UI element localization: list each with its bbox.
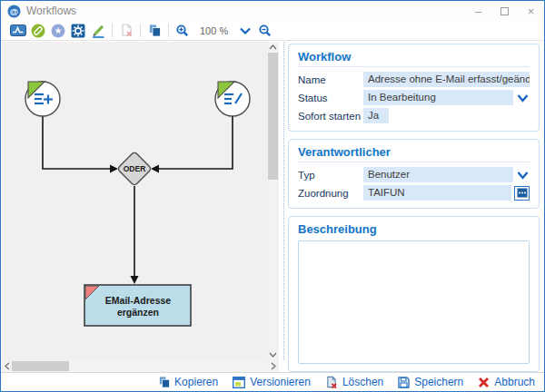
speichern-label: Speichern (414, 376, 463, 388)
zoom-level-value: 100 % (200, 25, 228, 36)
abbruch-label: Abbruch (494, 376, 535, 388)
typ-row: Typ Benutzer (298, 167, 530, 182)
beschreibung-textarea[interactable] (298, 240, 530, 364)
status-field[interactable]: In Bearbeitung (363, 90, 513, 105)
beschreibung-section-title: Beschreibung (298, 222, 530, 238)
workflow-section: Workflow Name Adresse ohne E-Mail erfass… (288, 44, 540, 132)
delete-disabled-icon (116, 22, 136, 40)
toolbar-separator (140, 24, 141, 37)
verantwortlicher-section-title: Verantwortlicher (298, 145, 530, 162)
workflow-canvas[interactable]: ODER EMail-Adresse ergänzen (2, 42, 267, 360)
settings-gear-icon[interactable] (68, 22, 88, 40)
horizontal-scrollbar[interactable] (2, 360, 279, 372)
loeschen-label: Löschen (342, 376, 383, 388)
minimize-button[interactable]: – (465, 1, 491, 21)
loeschen-button[interactable]: Löschen (325, 376, 383, 389)
gateway-label: ODER (124, 164, 146, 173)
status-row: Status In Bearbeitung (298, 90, 530, 105)
panel-splitter[interactable] (283, 42, 285, 360)
zuordnung-label: Zuordnung (298, 188, 363, 199)
toolbar: ★ (1, 21, 544, 41)
footer-bar: Kopieren Versionieren Löschen (1, 372, 544, 391)
workflow-diagram-icon[interactable] (8, 22, 28, 40)
scroll-up-icon[interactable] (267, 42, 279, 53)
action-label-line1: EMail-Adresse (105, 295, 172, 306)
versionieren-label: Versionieren (250, 376, 311, 388)
zuordnung-browse-button[interactable] (514, 186, 530, 201)
abbruch-button[interactable]: Abbruch (478, 376, 535, 388)
vertical-scrollbar[interactable] (267, 42, 279, 360)
ellipsis-icon (517, 188, 528, 198)
attachment-icon[interactable] (28, 22, 48, 40)
cancel-x-icon (478, 377, 490, 388)
beschreibung-section: Beschreibung (288, 216, 540, 372)
scroll-right-icon[interactable] (268, 360, 279, 372)
version-icon (233, 377, 245, 388)
versionieren-button[interactable]: Versionieren (233, 376, 311, 388)
save-icon (398, 377, 410, 388)
app-logo-icon: @ (7, 5, 21, 18)
properties-panel: Workflow Name Adresse ohne E-Mail erfass… (288, 42, 540, 372)
zoom-out-icon[interactable] (255, 22, 275, 40)
scroll-down-icon[interactable] (267, 349, 279, 360)
chevron-down-icon[interactable] (516, 93, 530, 103)
zoom-in-icon[interactable] (173, 22, 193, 40)
verantwortlicher-section: Verantwortlicher Typ Benutzer Zuordnung … (288, 139, 540, 209)
maximize-button[interactable] (491, 1, 518, 21)
chevron-down-icon[interactable] (516, 170, 530, 181)
edit-pencil-icon[interactable] (88, 22, 108, 40)
favorite-star-icon[interactable]: ★ (48, 22, 68, 40)
workflow-section-title: Workflow (298, 50, 530, 67)
titlebar: @ Workflows – × (1, 1, 544, 21)
action-node-email[interactable]: EMail-Adresse ergänzen (84, 285, 191, 326)
start-node-add-record[interactable] (25, 82, 60, 116)
svg-text:@: @ (10, 5, 18, 15)
window-title: Workflows (26, 5, 76, 17)
toolbar-separator (112, 24, 113, 37)
sofort-starten-row: Sofort starten Ja (298, 108, 530, 123)
svg-text:★: ★ (54, 25, 63, 35)
zoom-level-dropdown-icon[interactable] (235, 22, 255, 40)
toolbar-separator (168, 24, 169, 37)
name-row: Name Adresse ohne E-Mail erfasst/geänder… (298, 72, 530, 87)
copy-icon (158, 376, 170, 388)
workflows-window: @ Workflows – × ★ (0, 0, 545, 392)
copy-icon[interactable] (144, 22, 164, 40)
name-label: Name (298, 74, 363, 85)
action-label-line2: ergänzen (117, 307, 159, 318)
zuordnung-field[interactable]: TAIFUN (363, 185, 511, 201)
start-node-edit-record[interactable] (215, 82, 250, 116)
close-button[interactable]: × (518, 1, 544, 21)
name-field[interactable]: Adresse ohne E-Mail erfasst/geändert (363, 72, 530, 87)
status-label: Status (298, 93, 363, 103)
delete-icon (325, 376, 338, 389)
speichern-button[interactable]: Speichern (398, 376, 463, 388)
typ-label: Typ (298, 170, 363, 181)
kopieren-button[interactable]: Kopieren (158, 376, 218, 388)
horizontal-scrollbar-thumb[interactable] (12, 361, 69, 371)
zuordnung-row: Zuordnung TAIFUN (298, 185, 530, 201)
sofort-starten-field[interactable]: Ja (363, 108, 389, 123)
typ-field[interactable]: Benutzer (363, 167, 513, 182)
gateway-oder-node[interactable]: ODER (117, 152, 152, 186)
sofort-starten-label: Sofort starten (298, 111, 363, 122)
maximize-icon (500, 7, 509, 15)
kopieren-label: Kopieren (174, 376, 218, 388)
vertical-scrollbar-thumb[interactable] (268, 53, 278, 180)
